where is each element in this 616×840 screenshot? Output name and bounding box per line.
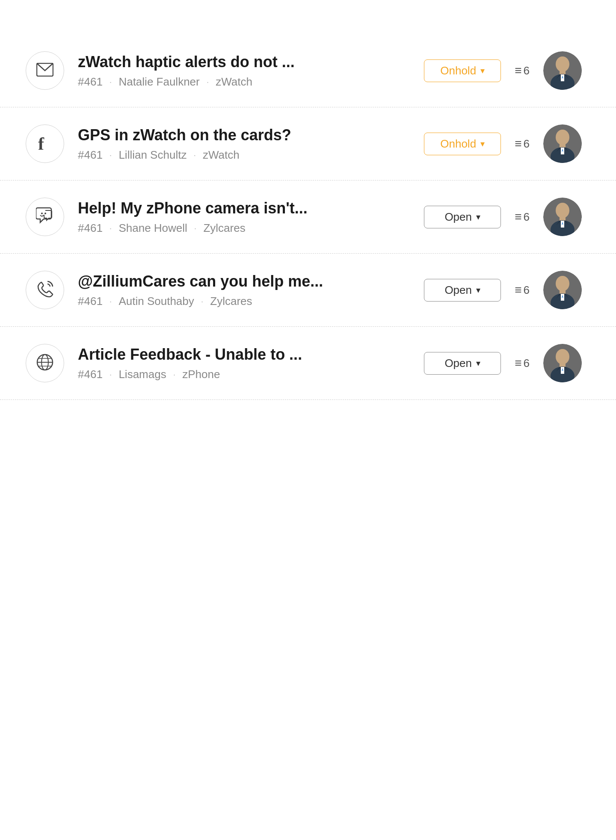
agent-avatar [543, 51, 582, 90]
ticket-number: #461 [78, 75, 103, 89]
lines-icon: ≡ [515, 283, 521, 297]
meta-dot: · [207, 77, 209, 87]
ticket-number: #461 [78, 295, 103, 308]
ticket-meta: #461 · Natalie Faulkner · zWatch [78, 75, 410, 89]
ticket-content: @ZilliumCares can you help me... #461 · … [78, 272, 410, 308]
facebook-icon: f [37, 134, 53, 153]
meta-dot: · [110, 77, 112, 87]
ticket-icon-wrap: f [26, 124, 64, 163]
status-label: Onhold [440, 64, 476, 77]
svg-point-21 [556, 203, 569, 218]
status-label: Open [444, 357, 472, 370]
lines-icon: ≡ [515, 137, 521, 151]
ticket-customer: Shane Howell [118, 222, 187, 235]
ticket-product: zWatch [216, 75, 252, 89]
ticket-number: #461 [78, 222, 103, 235]
ticket-meta: #461 · Lisamags · zPhone [78, 368, 410, 381]
svg-point-18 [41, 213, 43, 214]
ticket-customer: Lisamags [118, 368, 166, 381]
agent-avatar [543, 198, 582, 236]
ticket-title: @ZilliumCares can you help me... [78, 272, 410, 290]
dropdown-arrow-icon: ▾ [476, 358, 480, 368]
ticket-content: zWatch haptic alerts do not ... #461 · N… [78, 53, 410, 89]
meta-dot: · [201, 296, 204, 306]
status-badge[interactable]: Open ▾ [424, 279, 501, 302]
ticket-right: Open ▾ ≡ 6 [424, 198, 582, 236]
count-number: 6 [524, 137, 530, 151]
ticket-product: zPhone [182, 368, 220, 381]
dropdown-arrow-icon: ▾ [476, 285, 480, 295]
status-badge[interactable]: Onhold ▾ [424, 133, 501, 155]
ticket-title: Help! My zPhone camera isn't... [78, 199, 410, 217]
ticket-right: Open ▾ ≡ 6 [424, 344, 582, 382]
svg-point-11 [556, 130, 569, 145]
status-label: Open [444, 284, 472, 297]
agent-avatar [543, 271, 582, 309]
ticket-meta: #461 · Shane Howell · Zylcares [78, 222, 410, 235]
ticket-item[interactable]: @ZilliumCares can you help me... #461 · … [0, 254, 616, 327]
ticket-right: Onhold ▾ ≡ 6 [424, 51, 582, 90]
dropdown-arrow-icon: ▾ [480, 65, 485, 76]
email-icon [36, 63, 53, 78]
ticket-product: zWatch [203, 148, 240, 162]
status-badge[interactable]: Onhold ▾ [424, 59, 501, 82]
status-label: Open [444, 210, 472, 224]
meta-dot: · [173, 370, 176, 379]
dropdown-arrow-icon: ▾ [480, 139, 485, 149]
ticket-count: ≡ 6 [515, 64, 530, 77]
svg-point-42 [556, 349, 569, 364]
ticket-number: #461 [78, 368, 103, 381]
status-badge[interactable]: Open ▾ [424, 206, 501, 228]
ticket-list: zWatch haptic alerts do not ... #461 · N… [0, 0, 616, 400]
ticket-count: ≡ 6 [515, 210, 530, 224]
ticket-product: Zylcares [210, 295, 252, 308]
ticket-item[interactable]: Article Feedback - Unable to ... #461 · … [0, 327, 616, 400]
meta-dot: · [110, 150, 112, 160]
dropdown-arrow-icon: ▾ [476, 212, 480, 222]
svg-point-29 [556, 276, 569, 291]
ticket-customer: Lillian Schultz [118, 148, 187, 162]
ticket-count: ≡ 6 [515, 137, 530, 151]
ticket-title: GPS in zWatch on the cards? [78, 126, 410, 144]
count-number: 6 [524, 284, 530, 297]
status-badge[interactable]: Open ▾ [424, 352, 501, 375]
ticket-icon-wrap [26, 271, 64, 309]
ticket-count: ≡ 6 [515, 283, 530, 297]
status-label: Onhold [440, 137, 476, 151]
svg-text:f: f [38, 134, 44, 151]
ticket-customer: Natalie Faulkner [118, 75, 199, 89]
ticket-count: ≡ 6 [515, 356, 530, 370]
ticket-product: Zylcares [203, 222, 245, 235]
count-number: 6 [524, 64, 530, 77]
globe-icon [36, 353, 54, 373]
ticket-content: Help! My zPhone camera isn't... #461 · S… [78, 199, 410, 235]
ticket-item[interactable]: f GPS in zWatch on the cards? #461 · Lil… [0, 107, 616, 180]
ticket-icon-wrap [26, 198, 64, 236]
meta-dot: · [194, 223, 197, 233]
agent-avatar [543, 344, 582, 382]
ticket-title: Article Feedback - Unable to ... [78, 346, 410, 364]
meta-dot: · [110, 370, 112, 379]
ticket-right: Open ▾ ≡ 6 [424, 271, 582, 309]
ticket-icon-wrap [26, 51, 64, 90]
phone-icon [36, 281, 53, 299]
ticket-meta: #461 · Autin Southaby · Zylcares [78, 295, 410, 308]
ticket-customer: Autin Southaby [118, 295, 194, 308]
ticket-item[interactable]: zWatch haptic alerts do not ... #461 · N… [0, 34, 616, 107]
lines-icon: ≡ [515, 64, 521, 77]
ticket-item[interactable]: Help! My zPhone camera isn't... #461 · S… [0, 180, 616, 254]
meta-dot: · [110, 296, 112, 306]
meta-dot: · [193, 150, 196, 160]
ticket-content: GPS in zWatch on the cards? #461 · Lilli… [78, 126, 410, 162]
ticket-meta: #461 · Lillian Schultz · zWatch [78, 148, 410, 162]
lines-icon: ≡ [515, 356, 521, 370]
chat-icon [36, 207, 54, 227]
ticket-title: zWatch haptic alerts do not ... [78, 53, 410, 71]
svg-point-19 [44, 213, 46, 214]
ticket-number: #461 [78, 148, 103, 162]
count-number: 6 [524, 210, 530, 224]
ticket-right: Onhold ▾ ≡ 6 [424, 124, 582, 163]
ticket-content: Article Feedback - Unable to ... #461 · … [78, 346, 410, 381]
count-number: 6 [524, 357, 530, 370]
meta-dot: · [110, 223, 112, 233]
